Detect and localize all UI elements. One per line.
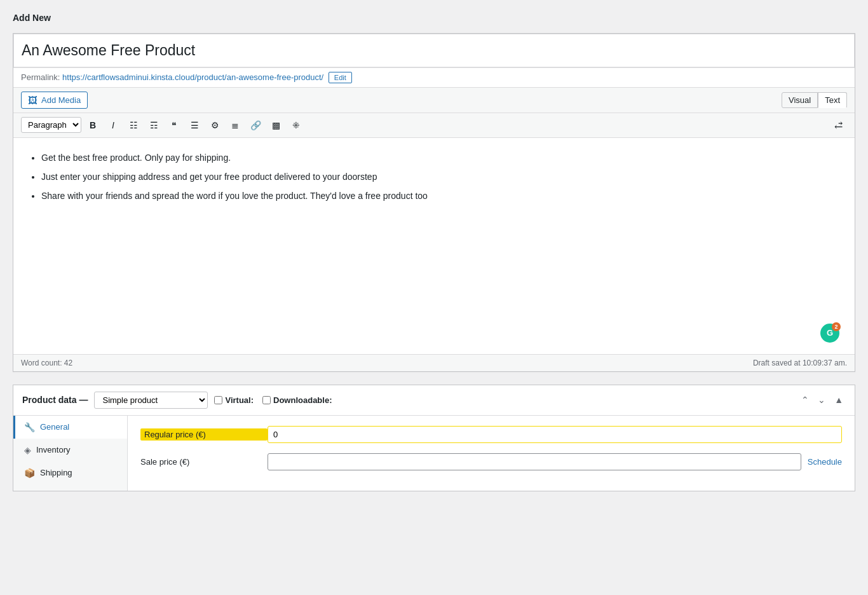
editor-list-item: Just enter your shipping address and get… xyxy=(41,170,842,184)
product-title-input[interactable] xyxy=(13,34,855,67)
sale-price-label: Sale price (€) xyxy=(140,457,268,467)
add-media-icon: 🖼 xyxy=(28,95,37,106)
align-right-button[interactable]: ≣ xyxy=(226,117,244,133)
visual-tab[interactable]: Visual xyxy=(782,92,818,108)
link-button[interactable]: 🔗 xyxy=(247,117,264,133)
downloadable-checkbox-label[interactable]: Downloadable: xyxy=(262,395,332,405)
product-data-title-label: Product data — xyxy=(22,395,88,405)
virtual-checkbox[interactable] xyxy=(214,396,222,404)
tab-general[interactable]: 🔧 General xyxy=(13,416,127,439)
regular-price-row: Regular price (€) xyxy=(140,426,842,443)
expand-editor-button[interactable]: ⥄ xyxy=(829,117,847,133)
permalink-edit-button[interactable]: Edit xyxy=(329,72,352,83)
schedule-link[interactable]: Schedule xyxy=(808,457,842,467)
editor-list-item: Share with your friends and spread the w… xyxy=(41,189,842,203)
text-tab[interactable]: Text xyxy=(818,92,847,108)
paragraph-format-select[interactable]: Paragraph Heading 1 Heading 2 Heading 3 xyxy=(21,117,81,133)
grammarly-badge[interactable]: G 2 xyxy=(820,324,839,343)
tab-inventory[interactable]: ◈ Inventory xyxy=(13,439,127,462)
blockquote-button[interactable]: ❝ xyxy=(165,117,183,133)
add-media-button[interactable]: 🖼 Add Media xyxy=(21,92,88,109)
editor-content-area[interactable]: Get the best free product. Only pay for … xyxy=(13,138,855,354)
diamond-icon: ◈ xyxy=(24,445,31,455)
draft-saved-text: Draft saved at 10:09:37 am. xyxy=(753,359,847,367)
grid-button[interactable]: ⁜ xyxy=(287,117,305,133)
collapse-up-button[interactable]: ⌃ xyxy=(799,393,811,406)
ordered-list-button[interactable]: ☶ xyxy=(145,117,163,133)
collapse-down-button[interactable]: ⌄ xyxy=(815,393,828,406)
bold-button[interactable]: B xyxy=(84,117,102,133)
grammarly-count: 2 xyxy=(832,322,841,331)
sale-price-input[interactable] xyxy=(268,453,801,470)
permalink-label: Permalink: xyxy=(21,72,60,82)
virtual-checkbox-label[interactable]: Virtual: xyxy=(214,395,254,405)
regular-price-input[interactable] xyxy=(268,426,842,443)
regular-price-label: Regular price (€) xyxy=(140,428,268,441)
word-count-label: Word count: 42 xyxy=(21,359,72,367)
align-left-button[interactable]: ☰ xyxy=(186,117,203,133)
tab-shipping-label: Shipping xyxy=(40,468,72,477)
table-button[interactable]: ▩ xyxy=(267,117,285,133)
sale-price-row: Sale price (€) Schedule xyxy=(140,453,842,470)
tab-shipping[interactable]: 📦 Shipping xyxy=(13,462,127,484)
downloadable-label-text: Downloadable: xyxy=(273,395,332,405)
virtual-label-text: Virtual: xyxy=(225,395,254,405)
product-data-content: Regular price (€) Sale price (€) Schedul… xyxy=(128,416,855,491)
permalink-url[interactable]: https://cartflowsadminui.kinsta.cloud/pr… xyxy=(62,72,323,82)
toggle-button[interactable]: ▲ xyxy=(832,393,846,406)
product-data-sidebar: 🔧 General ◈ Inventory 📦 Shipping xyxy=(13,416,128,491)
add-media-label: Add Media xyxy=(41,95,81,105)
italic-button[interactable]: I xyxy=(104,117,122,133)
wrench-icon: 🔧 xyxy=(24,422,35,432)
product-type-select[interactable]: Simple product Grouped product External/… xyxy=(94,392,208,409)
downloadable-checkbox[interactable] xyxy=(262,396,271,404)
box-icon: 📦 xyxy=(24,468,35,478)
tab-inventory-label: Inventory xyxy=(36,445,70,455)
tab-general-label: General xyxy=(40,422,69,432)
editor-list-item: Get the best free product. Only pay for … xyxy=(41,151,842,165)
align-center-button[interactable]: ⚙ xyxy=(206,117,224,133)
add-new-title: Add New xyxy=(13,13,855,23)
unordered-list-button[interactable]: ☷ xyxy=(125,117,142,133)
